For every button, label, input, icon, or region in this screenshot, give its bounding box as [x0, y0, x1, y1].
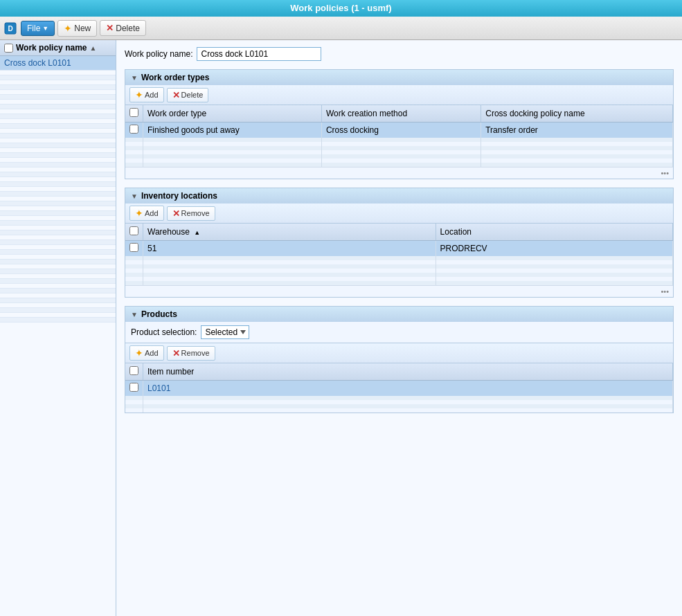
prod-select-all-checkbox[interactable] [129, 366, 138, 375]
list-item [0, 274, 116, 279]
file-button[interactable]: File ▼ [21, 21, 55, 36]
inventory-locations-section: ▼ Inventory locations ✦ Add ✕ Remove [125, 188, 674, 298]
list-item [0, 143, 116, 148]
product-selection-label: Product selection: [131, 327, 197, 337]
list-item [0, 100, 116, 105]
products-collapse-icon[interactable]: ▼ [131, 311, 138, 318]
list-item [0, 293, 116, 298]
table-row[interactable]: L0101 [125, 381, 673, 397]
delete-x-icon: ✕ [106, 23, 114, 33]
inventory-locations-header: ▼ Inventory locations [125, 188, 673, 203]
wot-col-work-order-type: Work order type [143, 105, 322, 123]
products-add-label: Add [145, 349, 159, 357]
list-item [0, 138, 116, 143]
list-item [0, 289, 116, 293]
window-title: Work policies (1 - usmf) [290, 3, 391, 13]
list-item[interactable]: Cross dock L0101 [0, 56, 116, 71]
list-item [0, 240, 116, 245]
list-item [0, 187, 116, 192]
il-select-all-checkbox[interactable] [129, 226, 138, 235]
wot-row-checkbox[interactable] [129, 125, 138, 134]
prod-select-all-col [125, 363, 143, 381]
product-selection-dropdown[interactable]: Selected All [201, 325, 249, 339]
table-row[interactable]: Finished goods put away Cross docking Tr… [125, 123, 673, 138]
new-button[interactable]: ✦ New [57, 20, 97, 37]
list-item [0, 269, 116, 274]
list-item [0, 172, 116, 177]
prod-row-checkbox[interactable] [129, 383, 138, 392]
add-star-icon2: ✦ [135, 208, 143, 219]
list-item [0, 245, 116, 250]
list-item [0, 226, 116, 230]
list-item [0, 95, 116, 100]
inventory-locations-scroll-hint: ••• [125, 285, 673, 297]
sort-asc-icon[interactable]: ▲ [89, 44, 96, 52]
file-label: File [27, 24, 40, 33]
list-item [0, 279, 116, 284]
list-item [0, 206, 116, 211]
warehouse-sort-icon[interactable]: ▲ [194, 229, 200, 236]
select-all-checkbox[interactable] [4, 44, 13, 53]
list-item [0, 177, 116, 182]
inventory-locations-table: Warehouse ▲ Location 51 [125, 224, 673, 285]
add-star-icon: ✦ [135, 89, 143, 100]
inventory-locations-collapse-icon[interactable]: ▼ [131, 192, 138, 200]
list-item [0, 80, 116, 85]
products-add-button[interactable]: ✦ Add [129, 345, 164, 361]
work-order-types-header: ▼ Work order types [125, 70, 673, 85]
inventory-locations-add-button[interactable]: ✦ Add [129, 206, 164, 221]
list-item [0, 230, 116, 235]
wot-col-work-creation-method: Work creation method [321, 105, 481, 123]
delete-label: Delete [116, 24, 140, 33]
work-policy-name-row: Work policy name: [125, 47, 674, 61]
new-star-icon: ✦ [64, 23, 72, 34]
wot-row-work-creation-method: Cross docking [321, 123, 481, 138]
inventory-locations-add-label: Add [145, 209, 159, 217]
products-toolbar: ✦ Add ✕ Remove [125, 343, 673, 363]
list-item [0, 216, 116, 221]
list-item [0, 264, 116, 269]
work-order-types-add-button[interactable]: ✦ Add [129, 87, 164, 102]
prod-row-checkbox-cell [125, 381, 143, 397]
products-title: Products [141, 309, 177, 319]
delete-button[interactable]: ✕ Delete [100, 20, 146, 36]
table-row [125, 408, 673, 413]
right-panel: Work policy name: ▼ Work order types ✦ A… [116, 40, 682, 616]
list-item [0, 129, 116, 134]
il-col-warehouse: Warehouse ▲ [143, 224, 436, 241]
work-order-types-title: Work order types [141, 73, 209, 82]
main-layout: Work policy name ▲ Cross dock L0101 [0, 40, 682, 616]
list-item [0, 163, 116, 167]
list-item [0, 134, 116, 138]
table-row[interactable]: 51 PRODRECV [125, 241, 673, 257]
delete-x-icon2: ✕ [172, 90, 180, 100]
products-header: ▼ Products [125, 307, 673, 322]
wot-row-cross-docking-policy: Transfer order [481, 123, 673, 138]
prod-row-item-number-link[interactable]: L0101 [147, 383, 170, 393]
list-item [0, 250, 116, 255]
title-bar: Work policies (1 - usmf) [0, 0, 682, 17]
il-row-checkbox[interactable] [129, 243, 138, 252]
products-remove-button[interactable]: ✕ Remove [167, 346, 215, 361]
wot-select-all-checkbox[interactable] [129, 108, 138, 117]
list-item-link[interactable]: Cross dock L0101 [4, 58, 71, 68]
svg-text:D: D [8, 25, 12, 33]
work-order-types-add-label: Add [145, 91, 159, 99]
list-item [0, 85, 116, 90]
prod-row-item-number: L0101 [143, 381, 673, 397]
list-item [0, 303, 116, 308]
list-item [0, 158, 116, 163]
inventory-locations-remove-button[interactable]: ✕ Remove [167, 206, 215, 221]
remove-x-icon: ✕ [172, 208, 180, 219]
list-item [0, 148, 116, 153]
wot-row-work-order-type: Finished goods put away [143, 123, 322, 138]
wot-row-checkbox-cell [125, 123, 143, 138]
il-select-all-col [125, 224, 143, 241]
work-order-types-delete-button[interactable]: ✕ Delete [167, 88, 209, 102]
wot-col-cross-docking: Cross docking policy name [481, 105, 673, 123]
list-item [0, 318, 116, 323]
work-order-types-collapse-icon[interactable]: ▼ [131, 74, 138, 82]
work-policy-name-input[interactable] [197, 47, 321, 61]
products-section: ▼ Products Product selection: Selected A… [125, 306, 674, 413]
list-item [0, 308, 116, 313]
